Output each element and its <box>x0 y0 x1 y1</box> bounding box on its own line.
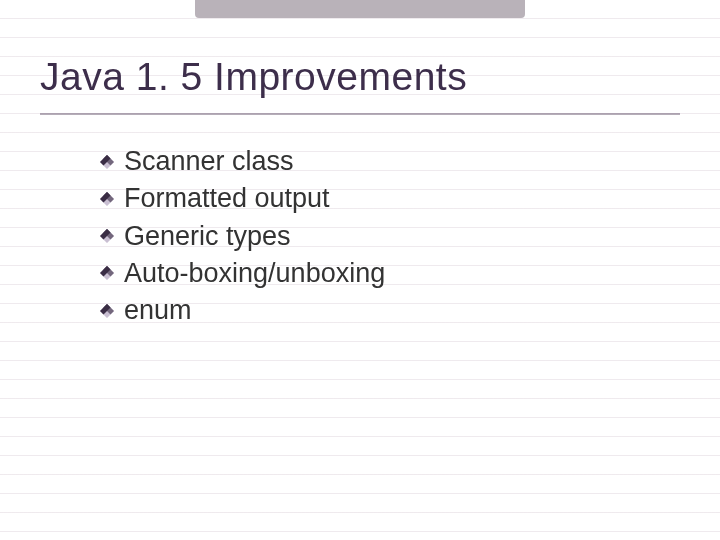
diamond-bullet-icon <box>100 266 114 280</box>
list-item: enum <box>100 292 680 329</box>
list-item-label: Formatted output <box>124 180 330 217</box>
page-title: Java 1. 5 Improvements <box>40 55 680 99</box>
slide-content: Java 1. 5 Improvements Scanner class <box>0 0 720 329</box>
list-item-label: Scanner class <box>124 143 294 180</box>
list-item-label: Auto-boxing/unboxing <box>124 255 385 292</box>
list-item-label: enum <box>124 292 192 329</box>
list-item: Scanner class <box>100 143 680 180</box>
bullet-list: Scanner class Formatted output Generic <box>40 143 680 329</box>
list-item: Formatted output <box>100 180 680 217</box>
list-item: Generic types <box>100 218 680 255</box>
title-underline <box>40 113 680 115</box>
list-item: Auto-boxing/unboxing <box>100 255 680 292</box>
diamond-bullet-icon <box>100 192 114 206</box>
diamond-bullet-icon <box>100 304 114 318</box>
list-item-label: Generic types <box>124 218 291 255</box>
diamond-bullet-icon <box>100 155 114 169</box>
diamond-bullet-icon <box>100 229 114 243</box>
